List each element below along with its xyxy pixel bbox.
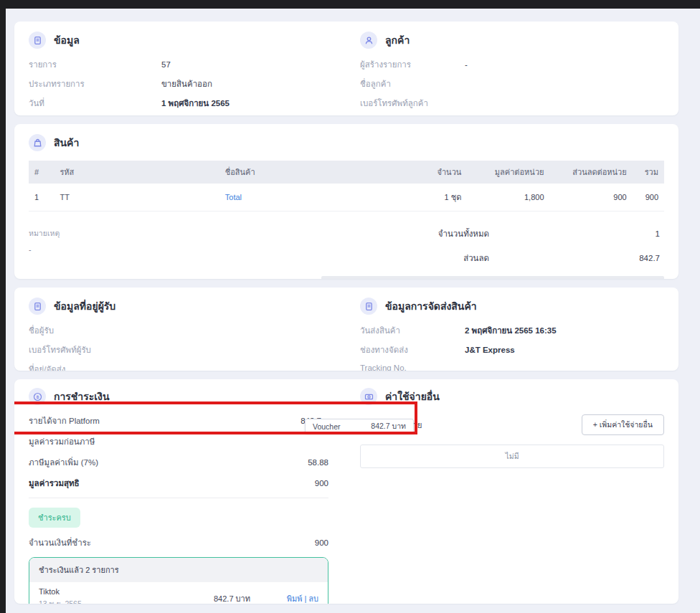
- field-row: เบอร์โทรศัพท์ผู้รับ: [29, 343, 328, 356]
- col-unit-value: มูลค่าต่อหน่วย: [467, 161, 549, 184]
- field-row: ช่องทางจัดส่ง J&T Express: [360, 343, 664, 356]
- products-table: # รหัส ชื่อสินค้า จำนวน มูลค่าต่อหน่วย ส…: [29, 161, 664, 212]
- print-link[interactable]: พิมพ์: [287, 594, 303, 603]
- paid-amount-row: จำนวนเงินที่ชำระ 900: [29, 536, 328, 549]
- payment-amount: 842.7 บาท: [164, 592, 250, 604]
- field-value: 1 พฤศจิกายน 2565: [161, 97, 230, 110]
- expenses-empty-state: ไม่มี: [360, 445, 664, 468]
- col-name: ชื่อสินค้า: [219, 161, 397, 184]
- field-value: 2 พฤศจิกายน 2565 16:35: [465, 324, 557, 337]
- action-separator: |: [304, 594, 306, 603]
- payment-history-row: Tiktok 13 พ.ย. 2565 842.7 บาท พิมพ์|ลบ: [29, 582, 328, 604]
- note-block: หมายเหตุ -: [29, 227, 60, 279]
- other-expenses-section: ค่าใช้จ่ายอื่น รายการค่าใช้จ่าย + เพิ่มค…: [360, 385, 664, 604]
- shipping-section: ข้อมูลการจัดส่งสินค้า วันส่งสินค้า 2 พฤศ…: [360, 295, 664, 371]
- cell-unit-value: 1,800: [467, 184, 549, 212]
- cell-code: TT: [54, 184, 219, 212]
- product-name-link[interactable]: Total: [225, 193, 242, 201]
- pre-tax-label: มูลค่ารวมก่อนภาษี: [29, 435, 95, 448]
- payment-section: ฿ การชำระเงิน รายได้จาก Platform 842.7 ม…: [29, 385, 328, 604]
- field-row: เบอร์โทรศัพท์ลูกค้า: [360, 97, 664, 110]
- info-section: ข้อมูล รายการ 57 ประเภทรายการ ขายสินค้าอ…: [29, 29, 328, 115]
- total-qty-value: 1: [489, 229, 660, 238]
- payment-date: 13 พ.ย. 2565: [39, 598, 164, 604]
- field-label: ชื่อลูกค้า: [360, 77, 465, 90]
- platform-income-label: รายได้จาก Platform: [29, 414, 100, 427]
- net-total-label: มูลค่ารวมสุทธิ: [29, 477, 80, 490]
- paid-amount-label: จำนวนเงินที่ชำระ: [29, 536, 91, 549]
- note-value: -: [29, 245, 60, 254]
- field-value: -: [465, 60, 468, 69]
- net-total-value: 900: [315, 479, 328, 488]
- col-qty: จำนวน: [397, 161, 467, 184]
- payment-channel: Tiktok: [39, 587, 164, 596]
- recipient-shipping-card: ข้อมูลที่อยู่ผู้รับ ชื่อผู้รับ เบอร์โทรศ…: [14, 288, 678, 371]
- col-unit-discount: ส่วนลดต่อหน่วย: [550, 161, 633, 184]
- total-qty-row: จำนวนทั้งหมด 1: [321, 227, 664, 240]
- divider: [29, 498, 328, 498]
- payment-history-box: ชำระเงินแล้ว 2 รายการ Tiktok 13 พ.ย. 256…: [29, 557, 328, 604]
- add-expense-button[interactable]: + เพิ่มค่าใช้จ่ายอื่น: [582, 414, 664, 435]
- field-label: ชื่อผู้รับ: [29, 324, 161, 337]
- other-expenses-title: ค่าใช้จ่ายอื่น: [385, 389, 440, 404]
- voucher-label: Voucher: [313, 422, 341, 431]
- recipient-section-title: ข้อมูลที่อยู่ผู้รับ: [54, 298, 115, 314]
- svg-text:฿: ฿: [36, 394, 39, 399]
- platform-income-row: รายได้จาก Platform 842.7: [29, 414, 328, 427]
- field-row: ชื่อลูกค้า: [360, 77, 664, 90]
- cell-no: 1: [29, 184, 54, 212]
- payment-section-title: การชำระเงิน: [54, 389, 109, 404]
- window-top-bar: [0, 0, 700, 9]
- recipient-section: ข้อมูลที่อยู่ผู้รับ ชื่อผู้รับ เบอร์โทรศ…: [29, 295, 328, 371]
- delete-link[interactable]: ลบ: [308, 594, 318, 603]
- field-value: ขายสินค้าออก: [161, 77, 212, 90]
- field-row: ชื่อผู้รับ: [29, 324, 328, 337]
- customer-section-title: ลูกค้า: [385, 32, 410, 48]
- field-row: ประเภทรายการ ขายสินค้าออก: [29, 77, 328, 90]
- window-left-edge: [0, 0, 6, 613]
- products-section-title: สินค้า: [54, 135, 79, 151]
- field-row: วันที่ 1 พฤศจิกายน 2565: [29, 97, 328, 110]
- vat-label: ภาษีมูลค่าเพิ่ม (7%): [29, 456, 98, 469]
- document-icon: [29, 32, 46, 49]
- person-icon: [360, 32, 377, 49]
- col-no: #: [29, 161, 54, 184]
- voucher-dropdown-popover[interactable]: Voucher 842.7 บาท: [305, 419, 414, 434]
- discount-label: ส่วนลด: [463, 252, 489, 265]
- payment-expenses-card: ฿ การชำระเงิน รายได้จาก Platform 842.7 ม…: [14, 379, 678, 604]
- field-label: ช่องทางจัดส่ง: [360, 343, 465, 356]
- field-label: ที่อยู่/จัดส่ง: [29, 363, 161, 371]
- field-row: ที่อยู่/จัดส่ง: [29, 363, 328, 371]
- col-total: รวม: [633, 161, 664, 184]
- clipboard-icon: [360, 298, 377, 315]
- field-label: Tracking No.: [360, 363, 465, 371]
- field-label: วันส่งสินค้า: [360, 324, 465, 337]
- vat-row: ภาษีมูลค่าเพิ่ม (7%) 58.88: [29, 456, 328, 469]
- products-summary: จำนวนทั้งหมด 1 ส่วนลด 842.7 มูลค่ารวม (ผ…: [321, 227, 664, 279]
- field-value: 57: [161, 60, 171, 69]
- clipboard-icon: [29, 298, 46, 315]
- grand-total-row: มูลค่ารวม (ผู้ซื้อจ่าย) 57.3: [321, 276, 664, 279]
- paid-amount-value: 900: [315, 538, 328, 547]
- field-label: ประเภทรายการ: [29, 77, 161, 90]
- note-label: หมายเหตุ: [29, 227, 60, 239]
- status-badge: ชำระครบ: [29, 508, 80, 528]
- field-label: วันที่: [29, 97, 161, 110]
- banknote-icon: [360, 388, 377, 405]
- cell-qty: 1 ชุด: [397, 184, 467, 212]
- cell-unit-discount: 900: [550, 184, 633, 212]
- field-label: เบอร์โทรศัพท์ผู้รับ: [29, 343, 161, 356]
- field-row: Tracking No.: [360, 363, 664, 371]
- col-code: รหัส: [54, 161, 219, 184]
- cell-total: 900: [633, 184, 664, 212]
- total-qty-label: จำนวนทั้งหมด: [438, 227, 489, 240]
- info-customer-card: ข้อมูล รายการ 57 ประเภทรายการ ขายสินค้าอ…: [14, 22, 678, 115]
- net-total-row: มูลค่ารวมสุทธิ 900: [29, 477, 328, 490]
- payment-history-header: ชำระเงินแล้ว 2 รายการ: [29, 558, 328, 582]
- voucher-amount: 842.7 บาท: [371, 420, 406, 432]
- field-label: เบอร์โทรศัพท์ลูกค้า: [360, 97, 465, 110]
- table-row: 1 TT Total 1 ชุด 1,800 900 900: [29, 184, 664, 212]
- customer-section: ลูกค้า ผู้สร้างรายการ - ชื่อลูกค้า เบอร์…: [360, 29, 664, 115]
- pre-tax-row: มูลค่ารวมก่อนภาษี: [29, 435, 328, 448]
- field-row: วันส่งสินค้า 2 พฤศจิกายน 2565 16:35: [360, 324, 664, 337]
